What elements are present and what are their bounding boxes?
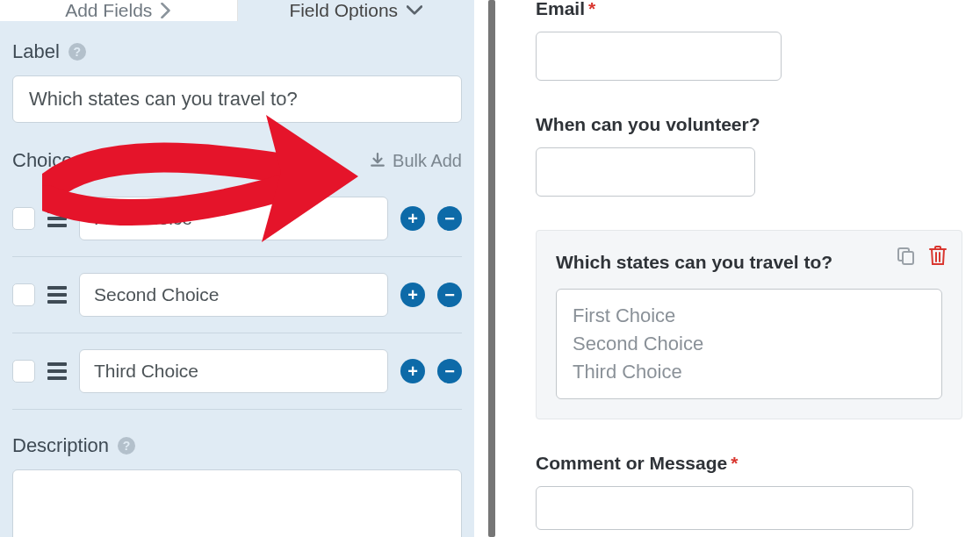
states-listbox[interactable]: First Choice Second Choice Third Choice: [556, 289, 942, 399]
required-mark: *: [588, 0, 595, 18]
tab-field-options-label: Field Options: [289, 0, 398, 21]
choice-row: +−: [12, 257, 462, 333]
drag-handle-icon[interactable]: [47, 210, 67, 227]
choice-input[interactable]: [79, 349, 388, 393]
volunteer-label: When can you volunteer?: [536, 114, 962, 135]
email-input[interactable]: [536, 32, 782, 81]
remove-choice-button[interactable]: −: [437, 283, 462, 307]
remove-choice-button[interactable]: −: [437, 359, 462, 383]
drag-handle-icon[interactable]: [47, 362, 67, 380]
svg-rect-2: [903, 252, 913, 264]
tab-field-options[interactable]: Field Options: [238, 0, 475, 21]
list-item[interactable]: Second Choice: [573, 330, 926, 358]
panel-divider[interactable]: [474, 0, 509, 537]
form-preview: Email* When can you volunteer? Which sta…: [509, 0, 980, 537]
add-choice-button[interactable]: +: [400, 359, 425, 383]
bulk-add-label: Bulk Add: [393, 151, 462, 171]
required-mark: *: [731, 453, 738, 473]
drag-handle-icon[interactable]: [47, 286, 67, 304]
email-label: Email: [536, 0, 585, 18]
description-title: Description: [12, 434, 109, 457]
tab-add-fields[interactable]: Add Fields: [0, 0, 237, 21]
help-icon[interactable]: ?: [68, 43, 86, 61]
add-choice-button[interactable]: +: [400, 283, 425, 307]
field-options-panel: Label ? Choices ? Bulk Add +−+−+− Descri…: [0, 21, 474, 537]
selected-field-card[interactable]: Which states can you travel to? First Ch…: [536, 230, 962, 419]
duplicate-icon[interactable]: [895, 245, 916, 266]
choice-checkbox[interactable]: [12, 283, 35, 306]
choice-checkbox[interactable]: [12, 360, 35, 383]
download-icon: [370, 153, 386, 168]
choice-row: +−: [12, 191, 462, 257]
list-item[interactable]: Third Choice: [573, 358, 926, 386]
choice-checkbox[interactable]: [12, 207, 35, 230]
tab-add-fields-label: Add Fields: [65, 0, 152, 21]
chevron-down-icon: [407, 5, 422, 16]
volunteer-input[interactable]: [536, 147, 755, 197]
label-input[interactable]: [12, 75, 462, 123]
builder-tabs: Add Fields Field Options: [0, 0, 474, 21]
comment-input[interactable]: [536, 486, 913, 530]
states-label: Which states can you travel to?: [556, 252, 942, 273]
bulk-add-button[interactable]: Bulk Add: [370, 151, 462, 171]
choice-row: +−: [12, 333, 462, 410]
choice-input[interactable]: [79, 273, 388, 317]
list-item[interactable]: First Choice: [573, 302, 926, 330]
comment-label: Comment or Message: [536, 453, 727, 473]
help-icon[interactable]: ?: [90, 149, 101, 172]
remove-choice-button[interactable]: −: [437, 206, 462, 231]
choices-title: Choices: [12, 149, 82, 172]
chevron-right-icon: [161, 3, 171, 18]
choice-input[interactable]: [79, 197, 388, 240]
label-title: Label: [12, 40, 60, 63]
help-icon[interactable]: ?: [118, 437, 135, 455]
trash-icon[interactable]: [928, 245, 948, 266]
add-choice-button[interactable]: +: [400, 206, 425, 231]
description-textarea[interactable]: [12, 469, 462, 537]
